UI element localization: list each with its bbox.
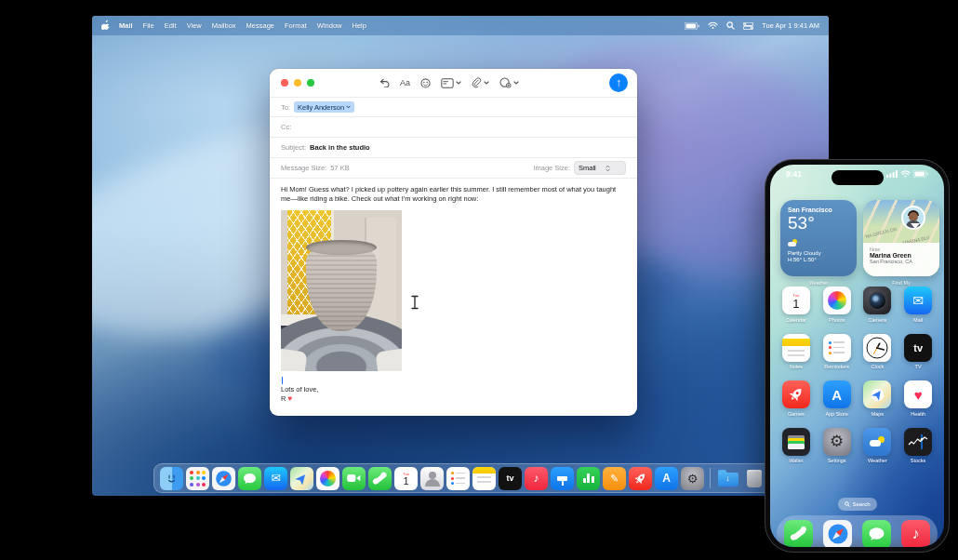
dock-icon-appstore[interactable]: A xyxy=(655,467,678,490)
iphone-dock-music[interactable]: ♪ xyxy=(901,520,930,548)
iphone-dock-phone[interactable] xyxy=(784,520,813,548)
menu-item-edit[interactable]: Edit xyxy=(165,21,177,30)
iphone-app-tv[interactable]: tv xyxy=(904,334,932,362)
dock-divider xyxy=(710,468,711,488)
iphone-app-photos[interactable] xyxy=(823,287,851,314)
apple-menu[interactable] xyxy=(101,20,111,33)
to-field[interactable]: To: Kelly Anderson xyxy=(270,97,637,116)
iphone-dock-safari[interactable] xyxy=(823,520,852,548)
dock-icon-safari[interactable] xyxy=(212,467,235,490)
chevron-down-icon xyxy=(456,81,461,85)
dock-icon-reminders[interactable] xyxy=(446,467,470,490)
header-fields-icon[interactable] xyxy=(441,78,461,88)
wifi-icon[interactable] xyxy=(708,21,718,30)
size-row: Message Size: 57 KB Image Size: Small xyxy=(270,157,637,179)
menu-item-file[interactable]: File xyxy=(143,21,154,30)
undo-icon[interactable] xyxy=(379,78,390,87)
iphone-app-settings[interactable]: ⚙ xyxy=(823,428,851,456)
image-size-select[interactable]: Small xyxy=(574,161,626,175)
battery-icon xyxy=(913,170,928,178)
iphone-app-mail[interactable]: ✉ xyxy=(904,287,932,314)
menu-item-mail[interactable]: Mail xyxy=(119,21,133,30)
subject-label: Subject: xyxy=(281,143,306,152)
dock-icon-messages[interactable] xyxy=(238,467,261,490)
subject-field[interactable]: Subject: Back in the studio xyxy=(270,137,637,157)
iphone-app-notes[interactable] xyxy=(782,334,810,362)
message-body[interactable]: Hi Mom! Guess what? I picked up pottery … xyxy=(270,179,637,404)
iphone-app-wallet[interactable] xyxy=(782,428,810,456)
dock-icon-maps[interactable] xyxy=(290,467,313,490)
dock-icon-numbers[interactable] xyxy=(577,467,600,490)
minimize-button[interactable] xyxy=(294,79,301,87)
dock: ✉ Tue1 tv ♪ ✎ A ⚙ ↓ xyxy=(153,463,772,493)
iphone-app-camera[interactable] xyxy=(863,287,891,314)
body-paragraph: Hi Mom! Guess what? I picked up pottery … xyxy=(281,185,626,204)
close-button[interactable] xyxy=(281,79,288,87)
pottery-photo[interactable] xyxy=(281,210,402,371)
menu-item-help[interactable]: Help xyxy=(352,21,366,30)
iphone-app-reminders[interactable] xyxy=(823,334,851,362)
ibeam-cursor xyxy=(410,295,419,310)
zoom-button[interactable] xyxy=(307,79,314,87)
menu-item-message[interactable]: Message xyxy=(246,21,274,30)
wifi-icon xyxy=(900,170,911,178)
dock-icon-settings[interactable]: ⚙ xyxy=(681,467,704,490)
dock-icon-keynote[interactable] xyxy=(551,467,574,490)
dock-icon-apps[interactable] xyxy=(186,467,209,490)
iphone-app-weather[interactable] xyxy=(863,428,891,456)
iphone-app-grid: Tue1Calendar Photos Camera ✉Mail Notes R… xyxy=(776,287,938,463)
format-icon[interactable]: Aa xyxy=(400,78,410,87)
insert-media-icon[interactable] xyxy=(499,77,519,88)
dock-icon-facetime[interactable] xyxy=(342,467,366,490)
cc-label: Cc: xyxy=(281,123,291,131)
dock-icon-contacts[interactable] xyxy=(420,467,444,490)
iphone-clock: 9:41 xyxy=(786,169,802,179)
dock-icon-calendar[interactable]: Tue1 xyxy=(394,467,418,490)
download-arrow-icon: ↓ xyxy=(718,473,738,483)
emoji-icon[interactable] xyxy=(420,78,431,88)
iphone-dock: ♪ xyxy=(777,515,938,547)
send-button[interactable]: ↑ xyxy=(609,73,628,92)
iphone-app-calendar[interactable]: Tue1 xyxy=(782,287,810,314)
control-center-icon[interactable] xyxy=(743,22,753,30)
findmy-widget[interactable]: NA GREEN DR MARINA BLV Now Marina Green … xyxy=(863,200,939,276)
recipient-token[interactable]: Kelly Anderson xyxy=(294,101,354,113)
cc-field[interactable]: Cc: xyxy=(270,116,637,137)
heart-icon: ♥ xyxy=(914,387,923,403)
dock-icon-trash[interactable] xyxy=(742,467,765,490)
dock-icon-mail[interactable]: ✉ xyxy=(264,467,287,490)
menu-item-view[interactable]: View xyxy=(187,21,202,30)
iphone-search-pill[interactable]: Search xyxy=(837,498,876,511)
message-size-label: Message Size: xyxy=(281,164,326,172)
iphone-app-stocks[interactable] xyxy=(904,428,932,456)
weather-condition: Partly Cloudy xyxy=(788,250,849,256)
window-titlebar[interactable]: Aa ↑ xyxy=(270,69,637,97)
iphone-app-health[interactable]: ♥ xyxy=(904,380,932,408)
dock-icon-pages[interactable]: ✎ xyxy=(603,467,626,490)
dock-icon-notes[interactable] xyxy=(472,467,496,490)
search-icon[interactable] xyxy=(726,21,735,30)
gear-icon: ⚙ xyxy=(830,432,844,451)
menu-item-mailbox[interactable]: Mailbox xyxy=(212,21,236,30)
iphone-app-clock[interactable] xyxy=(863,334,891,362)
dock-icon-downloads[interactable]: ↓ xyxy=(716,467,739,490)
dock-icon-photos[interactable] xyxy=(316,467,339,490)
iphone-app-games[interactable] xyxy=(782,380,810,408)
dock-icon-phone[interactable] xyxy=(368,467,392,490)
mail-compose-window: Aa ↑ xyxy=(270,69,637,416)
attach-icon[interactable] xyxy=(472,77,489,88)
dock-icon-games[interactable] xyxy=(629,467,652,490)
menu-item-format[interactable]: Format xyxy=(285,21,307,30)
menu-bar-clock[interactable]: Tue Apr 1 9:41 AM xyxy=(762,21,819,30)
iphone-dock-messages[interactable] xyxy=(862,520,891,548)
iphone-app-maps[interactable] xyxy=(863,380,891,408)
weather-widget[interactable]: San Francisco 53° Partly Cloudy H:56° L:… xyxy=(780,200,857,276)
battery-icon[interactable] xyxy=(685,22,699,30)
menu-item-window[interactable]: Window xyxy=(317,21,342,30)
dock-icon-tv[interactable]: tv xyxy=(499,467,522,490)
iphone-app-appstore[interactable]: A xyxy=(823,380,851,408)
image-size-label: Image Size: xyxy=(533,164,570,172)
findmy-info-panel: Now Marina Green San Francisco, CA xyxy=(863,243,939,276)
dock-icon-finder[interactable] xyxy=(160,467,183,490)
dock-icon-music[interactable]: ♪ xyxy=(525,467,548,490)
